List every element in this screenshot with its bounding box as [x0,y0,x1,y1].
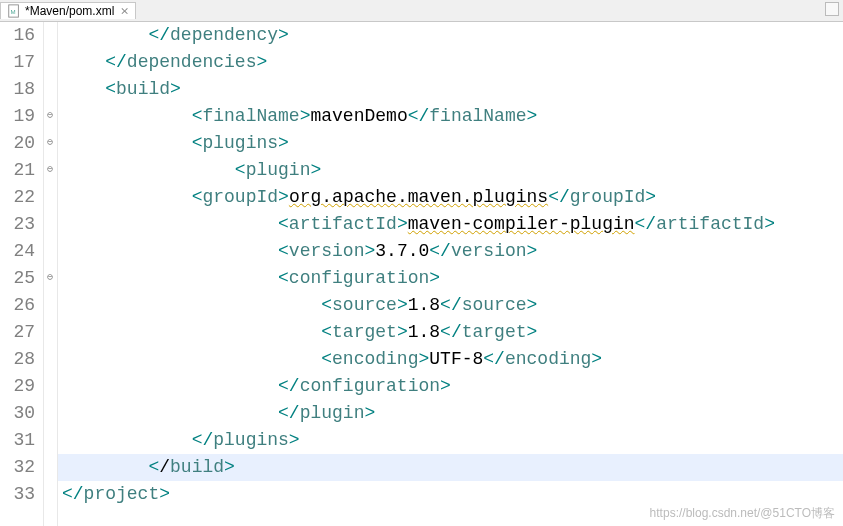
line-number: 31 [0,427,41,454]
code-line[interactable]: <source>1.8</source> [62,292,843,319]
code-line[interactable]: <plugins> [62,130,843,157]
line-number: 20 [0,130,41,157]
line-number: 25 [0,265,41,292]
code-line[interactable]: </project> [62,481,843,508]
line-number: 22 [0,184,41,211]
line-number: 30 [0,400,41,427]
minimize-icon[interactable] [825,2,839,16]
line-number: 23 [0,211,41,238]
code-line[interactable]: <encoding>UTF-8</encoding> [62,346,843,373]
tab-bar: M *Maven/pom.xml ⨯ [0,0,843,22]
code-line[interactable]: <groupId>org.apache.maven.plugins</group… [62,184,843,211]
code-line[interactable]: </dependencies> [62,49,843,76]
line-number: 32 [0,454,41,481]
code-line[interactable]: </configuration> [62,373,843,400]
line-number: 18 [0,76,41,103]
code-line[interactable]: </plugin> [62,400,843,427]
tab-title: *Maven/pom.xml [25,4,114,18]
line-number-gutter: 161718192021222324252627282930313233 [0,22,44,526]
code-line[interactable]: <configuration> [62,265,843,292]
fold-toggle-icon[interactable]: ⊖ [45,138,55,148]
code-line[interactable]: </plugins> [62,427,843,454]
line-number: 21 [0,157,41,184]
line-number: 19 [0,103,41,130]
line-number: 16 [0,22,41,49]
line-number: 33 [0,481,41,508]
svg-text:M: M [11,8,16,15]
line-number: 24 [0,238,41,265]
fold-toggle-icon[interactable]: ⊖ [45,273,55,283]
code-line[interactable]: <artifactId>maven-compiler-plugin</artif… [62,211,843,238]
code-line[interactable]: </dependency> [62,22,843,49]
code-line[interactable]: <version>3.7.0</version> [62,238,843,265]
line-number: 28 [0,346,41,373]
code-line[interactable]: <plugin> [62,157,843,184]
code-area[interactable]: </dependency> </dependencies> <build> <f… [58,22,843,526]
editor-tab[interactable]: M *Maven/pom.xml ⨯ [0,2,136,19]
close-icon[interactable]: ⨯ [120,5,129,18]
fold-column: ⊖⊖⊖⊖ [44,22,58,526]
line-number: 29 [0,373,41,400]
code-line[interactable]: </build> [62,454,843,481]
fold-toggle-icon[interactable]: ⊖ [45,165,55,175]
line-number: 17 [0,49,41,76]
fold-toggle-icon[interactable]: ⊖ [45,111,55,121]
xml-file-icon: M [7,4,21,18]
code-line[interactable]: <build> [62,76,843,103]
code-editor[interactable]: 161718192021222324252627282930313233 ⊖⊖⊖… [0,22,843,526]
line-number: 26 [0,292,41,319]
code-line[interactable]: <target>1.8</target> [62,319,843,346]
line-number: 27 [0,319,41,346]
code-line[interactable]: <finalName>mavenDemo</finalName> [62,103,843,130]
